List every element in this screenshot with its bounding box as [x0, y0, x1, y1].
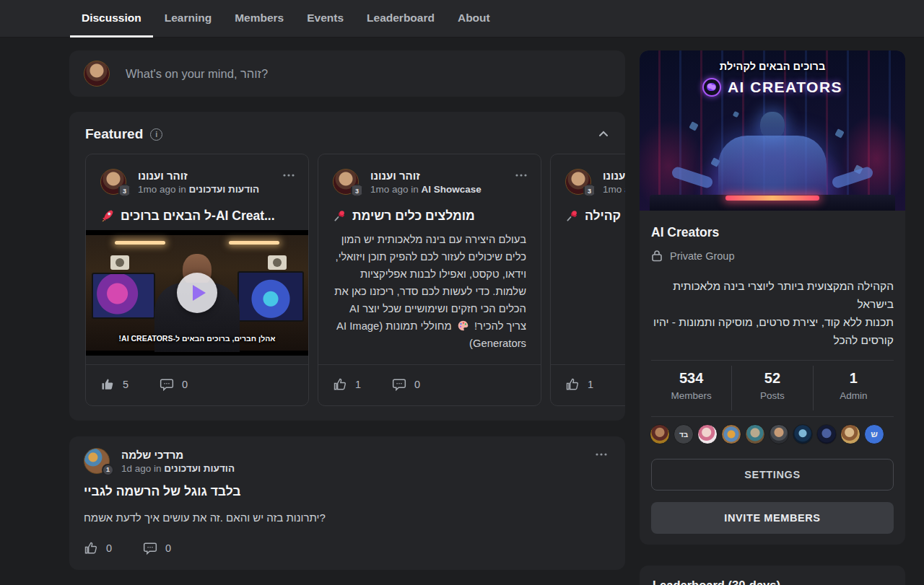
stat-posts[interactable]: 52 Posts	[731, 366, 812, 410]
post-time: 1d ago in	[121, 463, 162, 474]
post-body-text: בעולם היצירה עם בינה מלאכותית יש המון כל…	[334, 234, 526, 332]
tab-learning[interactable]: Learning	[153, 0, 223, 38]
post-title[interactable]: לגביי‎ הרשמה‎ של‎ גוגל‎ בלבד	[84, 484, 241, 499]
like-button[interactable]: 1	[333, 377, 361, 392]
featured-post-tools[interactable]: 3 זוהר וענונו 1mo ago in AI Showcase רשי…	[318, 154, 541, 406]
featured-post-welcome[interactable]: 3 זוהר וענונו 1mo ago in הודעות ועדכונים	[85, 154, 309, 406]
tab-discussion[interactable]: Discussion	[70, 0, 153, 38]
member-avatar[interactable]	[697, 424, 718, 444]
lock-icon	[651, 250, 663, 262]
divider	[651, 416, 894, 417]
banner-figure	[718, 136, 827, 201]
post-body: אשמח‎ לדעת‎ איך‎ עושים‎ את‎ זה.‎ והאם‎ י…	[84, 511, 326, 524]
post-body: בעולם היצירה עם בינה מלאכותית יש המון כל…	[333, 231, 526, 368]
monitor-right	[237, 271, 304, 322]
featured-title: Featured	[85, 126, 143, 142]
stat-members[interactable]: 534 Members	[651, 366, 731, 410]
member-avatar[interactable]: בד	[674, 424, 694, 444]
post-footer: 0 0	[69, 532, 625, 570]
member-avatar[interactable]	[745, 424, 765, 444]
comment-button[interactable]: 0	[143, 541, 171, 555]
avatar: 3	[100, 169, 126, 195]
rocket-emoji-icon	[100, 208, 115, 223]
post-space[interactable]: AI Showcase	[422, 184, 481, 195]
comment-count: 0	[414, 379, 420, 390]
video-thumbnail[interactable]: אהלן חברים, ברוכים הבאים ל-AI CREATORS!	[86, 230, 308, 356]
group-description: הקהילה המקצועית ביותר ליוצרי בינה מלאכות…	[651, 277, 894, 349]
level-badge: 3	[351, 184, 363, 197]
studio-light	[115, 241, 165, 245]
comment-button[interactable]: 0	[392, 377, 420, 392]
member-avatar[interactable]	[650, 424, 670, 444]
leaderboard-title: Leaderboard (30-days)	[640, 566, 905, 585]
member-avatar[interactable]	[721, 424, 741, 444]
group-name: AI Creators	[651, 225, 894, 240]
post-meta: 1mo ago in AI Showcase	[370, 184, 481, 195]
post-author[interactable]: זוהר וענונו	[138, 170, 188, 182]
group-privacy: Private Group	[670, 250, 734, 262]
featured-section: Featured i 3 זוהר וענונו 1mo ago in הודע…	[69, 112, 625, 421]
avatar: 3	[333, 169, 359, 195]
like-button[interactable]: 5	[100, 377, 128, 392]
post-footer: 1	[551, 364, 625, 405]
pushpin-emoji-icon	[333, 209, 346, 223]
stat-label: Admin	[814, 390, 894, 401]
featured-post-community[interactable]: 3 זוהר וענונו 1mo ago in קהילה	[550, 154, 625, 406]
post-meta: 1mo ago in הודעות ועדכונים	[138, 184, 259, 195]
post-composer[interactable]: What's on your mind, זוהר?	[69, 50, 625, 97]
settings-button[interactable]: SETTINGS	[651, 459, 894, 491]
post-author[interactable]: מרדכי שלמה	[121, 449, 183, 461]
member-avatar[interactable]	[793, 424, 813, 444]
post-title[interactable]: קהילה	[565, 206, 625, 225]
group-stats: 534 Members 52 Posts 1 Admin	[651, 366, 894, 410]
avatar: 1	[84, 448, 110, 474]
post-title[interactable]: רשימת‎ כלים‎ מומלצים	[333, 206, 529, 225]
post-footer: 5 0	[86, 364, 308, 405]
tab-events[interactable]: Events	[295, 0, 355, 38]
invite-members-button[interactable]: INVITE MEMBERS	[651, 502, 894, 534]
like-button[interactable]: 0	[84, 541, 112, 555]
post-title[interactable]: ברוכים‎ הבאים‎ ל-AI Creat...	[100, 206, 297, 225]
comment-button[interactable]: 0	[160, 377, 188, 392]
post-author[interactable]: זוהר וענונו	[370, 170, 420, 182]
like-button[interactable]: 1	[565, 377, 593, 392]
post-author[interactable]: זוהר וענונו	[603, 170, 625, 182]
banner-brand-text: AI CREATORS	[728, 79, 842, 96]
member-avatar[interactable]	[769, 424, 789, 444]
speaker	[268, 255, 287, 270]
chevron-up-icon[interactable]	[598, 128, 609, 140]
stat-admin[interactable]: 1 Admin	[813, 366, 894, 410]
tab-about[interactable]: About	[446, 0, 502, 38]
avatar: 3	[565, 169, 591, 195]
tab-members[interactable]: Members	[223, 0, 295, 38]
level-badge: 3	[118, 184, 131, 197]
banner-welcome-text: ברוכים הבאים לקהילת	[640, 61, 905, 72]
ellipsis-menu-icon[interactable]	[595, 449, 608, 459]
pushpin-emoji-icon	[565, 209, 579, 223]
group-banner-image: ברוכים הבאים לקהילת AI CREATORS	[640, 50, 905, 211]
member-avatar[interactable]	[840, 424, 860, 444]
tab-leaderboard[interactable]: Leaderboard	[355, 0, 446, 38]
group-sidebar-card: ברוכים הבאים לקהילת AI CREATORS AI Creat…	[640, 50, 905, 545]
ellipsis-menu-icon[interactable]	[515, 170, 528, 180]
post-meta: 1d ago in הודעות ועדכונים	[121, 463, 235, 474]
banner-keyboard	[725, 195, 819, 201]
like-count: 1	[355, 379, 361, 390]
feed-post[interactable]: 1 מרדכי שלמה 1d ago in הודעות ועדכונים ל…	[69, 436, 625, 570]
post-space[interactable]: הודעות ועדכונים	[189, 184, 260, 195]
member-avatar[interactable]: ש	[864, 424, 884, 444]
monitor-left	[92, 273, 155, 319]
featured-card-row: 3 זוהר וענונו 1mo ago in הודעות ועדכונים	[85, 154, 625, 406]
post-space[interactable]: הודעות ועדכונים	[164, 463, 235, 474]
post-meta: 1mo ago in	[603, 184, 625, 195]
info-icon[interactable]: i	[150, 128, 162, 141]
member-avatar[interactable]	[816, 424, 837, 444]
play-button-icon[interactable]	[177, 273, 217, 313]
like-count: 5	[123, 379, 128, 390]
brain-logo-icon	[702, 78, 721, 97]
post-time: 1mo ago in	[138, 184, 186, 195]
level-badge: 1	[102, 464, 114, 476]
ellipsis-menu-icon[interactable]	[282, 170, 295, 180]
nav-tabs: Discussion Learning Members Events Leade…	[70, 0, 924, 38]
composer-prompt[interactable]: What's on your mind, זוהר?	[126, 67, 268, 81]
